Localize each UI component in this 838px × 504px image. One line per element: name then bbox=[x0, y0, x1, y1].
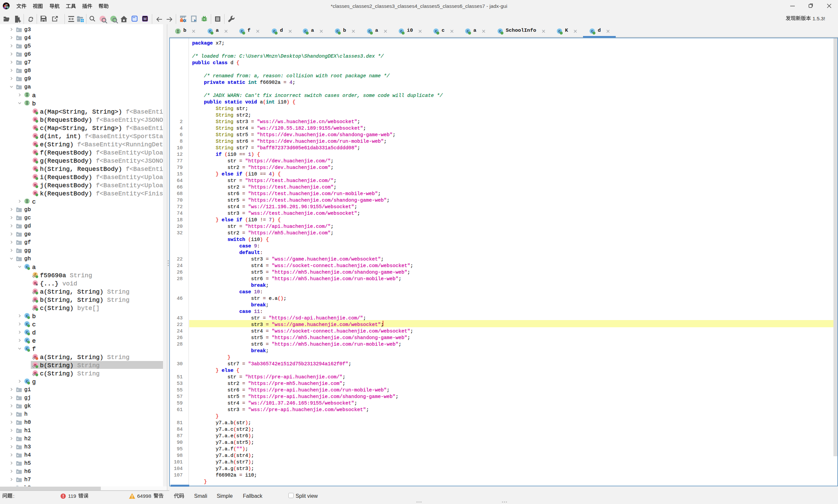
svg-text:I: I bbox=[26, 199, 28, 204]
svg-text:m: m bbox=[34, 281, 36, 286]
svg-text:I: I bbox=[26, 93, 28, 97]
svg-text:M: M bbox=[143, 17, 147, 21]
svg-text:I: I bbox=[26, 101, 28, 106]
svg-text:I: I bbox=[177, 30, 179, 34]
